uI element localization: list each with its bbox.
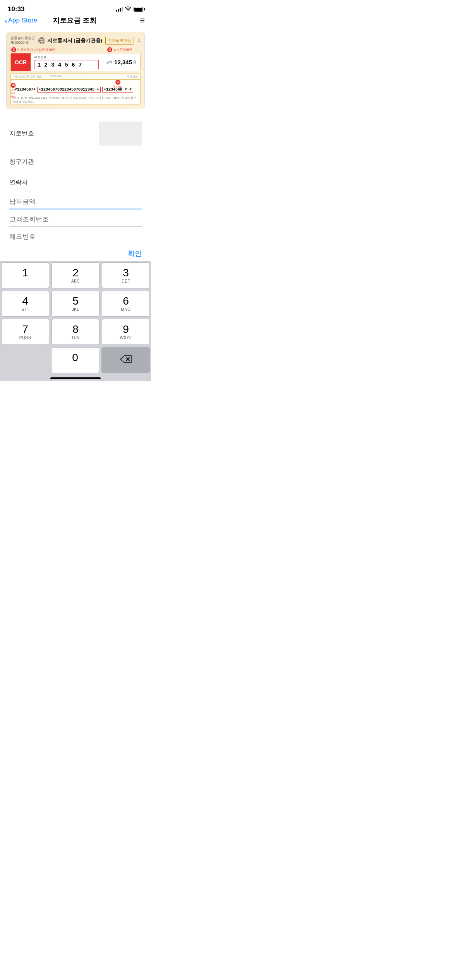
- barcode-middle: +12345678912345678912345 +: [37, 87, 101, 93]
- key-empty: [1, 347, 49, 373]
- key-1[interactable]: 1: [1, 262, 49, 288]
- wifi-icon: [125, 7, 131, 12]
- contact-label: 연락처: [9, 178, 40, 187]
- status-time: 10:33: [8, 5, 24, 13]
- page-title: 지로요금 조회: [53, 17, 96, 24]
- jiro-placeholder-box: [99, 122, 142, 146]
- key-2[interactable]: 2 ABC: [51, 262, 100, 288]
- key-delete[interactable]: [101, 347, 150, 373]
- ocr-label: OCR: [11, 53, 31, 71]
- check-num-wrapper[interactable]: [9, 228, 142, 244]
- back-chevron-icon: ‹: [5, 16, 7, 25]
- form-row-contact: 연락처: [9, 172, 142, 193]
- back-label: App Store: [8, 17, 38, 24]
- step4-wrapper: ④ 체크번호 +123456k < <: [102, 87, 133, 93]
- circle-icon-small: ⊙: [137, 39, 141, 43]
- jiro-number: 1 2 3 4 5 6 7: [34, 60, 99, 69]
- form-row-billing: 청구기관: [9, 152, 142, 172]
- confirm-area: 확인: [0, 246, 151, 261]
- billing-org-label: 청구기관: [9, 158, 40, 166]
- key-4[interactable]: 4 GHI: [1, 291, 49, 317]
- battery-icon: [134, 7, 143, 12]
- elec-badge: 전자납부가능: [105, 37, 134, 45]
- delete-icon: [120, 355, 132, 366]
- form-section: 지로번호 청구기관 연락처: [0, 115, 151, 193]
- key-7[interactable]: 7 PQRS: [1, 319, 49, 345]
- key-6[interactable]: 6 MNO: [102, 291, 150, 317]
- ocr-title: 지로통지서 (금융기관용): [47, 37, 102, 44]
- jiro-num-label: 지로번호: [9, 130, 40, 138]
- jiro-num-label-small: 지로번호: [34, 55, 99, 59]
- step3-label: ③ 납부금액확인: [107, 47, 132, 52]
- amount-section: 금액 12,345 원: [102, 53, 140, 71]
- customer-num-input[interactable]: [9, 216, 142, 223]
- home-bar: [50, 377, 101, 379]
- barcode-left: <1234567+: [15, 87, 36, 92]
- ocr-header-left: 금융결제원승인제 00000 호: [10, 36, 35, 45]
- ocr-card: 금융결제원승인제 00000 호 지로통지서 (금융기관용) 전자납부가능 ⊙ …: [6, 32, 145, 109]
- home-indicator: [0, 374, 151, 381]
- form-row-jiro: 지로번호: [9, 115, 142, 152]
- keypad-row-1: 1 2 ABC 3 DEF: [0, 261, 151, 290]
- payment-amount-wrapper[interactable]: [9, 193, 142, 209]
- menu-button[interactable]: ≡: [140, 15, 145, 26]
- ocr-footer: (주)신하전산 (031)256-6150 · 이 종이는 컴퓨터로 처리되므로…: [11, 95, 140, 105]
- confirm-button[interactable]: 확인: [128, 249, 142, 258]
- key-3[interactable]: 3 DEF: [102, 262, 150, 288]
- keypad-row-4: 0: [0, 346, 151, 374]
- customer-num-wrapper[interactable]: [9, 211, 142, 227]
- keypad-row-2: 4 GHI 5 JKL 6 MNO: [0, 290, 151, 318]
- key-0[interactable]: 0: [51, 347, 100, 373]
- keypad-row-3: 7 PQRS 8 TUV 9 WXYZ: [0, 318, 151, 346]
- input-section[interactable]: [0, 193, 151, 244]
- status-icons: [116, 7, 143, 12]
- step1-label: ① 지로번호가 7자리인지 확인: [11, 47, 55, 52]
- key-9[interactable]: 9 WXYZ: [102, 319, 150, 345]
- back-nav[interactable]: ‹ App Store: [5, 16, 40, 25]
- globe-icon: [38, 37, 45, 44]
- signal-icon: [116, 7, 123, 12]
- key-8[interactable]: 8 TUV: [51, 319, 100, 345]
- status-bar: 10:33: [0, 0, 151, 15]
- payment-amount-input[interactable]: [9, 198, 142, 206]
- key-5[interactable]: 5 JKL: [51, 291, 100, 317]
- ocr-barcode: 지로번호 고객 조회 번호 C C CCode 체크번호 ② 고객조회번호 <1…: [10, 74, 141, 105]
- numeric-keypad: 1 2 ABC 3 DEF 4 GHI 5 JKL 6 MNO 7 PQRS: [0, 261, 151, 374]
- check-num-input[interactable]: [9, 233, 142, 241]
